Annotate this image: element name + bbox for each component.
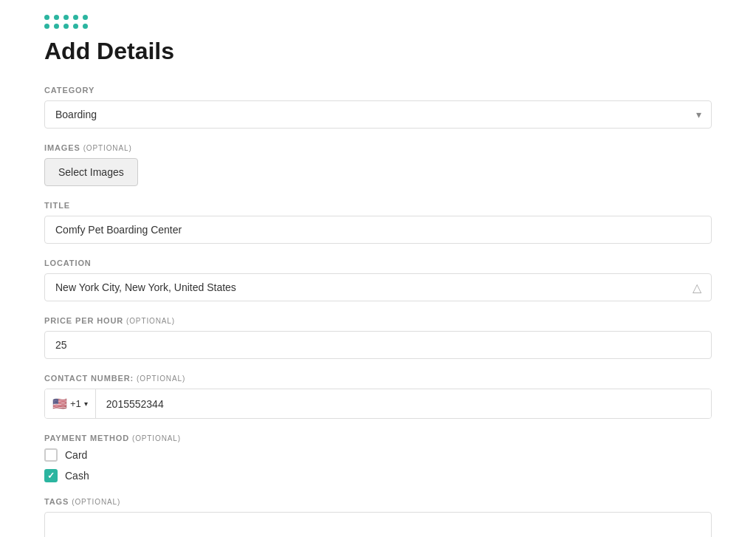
title-group: TITLE <box>44 201 712 244</box>
chevron-down-icon: ▾ <box>84 400 88 408</box>
tags-input[interactable] <box>44 512 712 537</box>
category-group: CATEGORY BoardingGroomingTrainingWalking… <box>44 86 712 129</box>
price-group: PRICE PER HOUR (OPTIONAL) <box>44 316 712 359</box>
payment-method-group: PAYMENT METHOD (OPTIONAL) Card Cash <box>44 434 712 482</box>
location-input-wrapper: △ <box>44 273 712 301</box>
location-group: LOCATION △ <box>44 259 712 301</box>
payment-options: Card Cash <box>44 448 712 482</box>
decorative-dots <box>44 15 712 29</box>
payment-method-label: PAYMENT METHOD (OPTIONAL) <box>44 434 712 442</box>
cash-label: Cash <box>65 470 89 482</box>
price-label: PRICE PER HOUR (OPTIONAL) <box>44 316 712 325</box>
images-label: IMAGES (OPTIONAL) <box>44 143 712 152</box>
page-title: Add Details <box>44 38 712 65</box>
phone-number-input[interactable] <box>96 389 711 418</box>
tags-label: TAGS (OPTIONAL) <box>44 497 712 506</box>
category-select[interactable]: BoardingGroomingTrainingWalkingSitting <box>44 100 712 129</box>
title-label: TITLE <box>44 201 712 210</box>
phone-input-wrapper: 🇺🇸 +1 ▾ <box>44 389 712 419</box>
location-label: LOCATION <box>44 259 712 267</box>
category-label: CATEGORY <box>44 86 712 95</box>
card-label: Card <box>65 449 87 461</box>
payment-card-option[interactable]: Card <box>44 448 712 462</box>
location-input[interactable] <box>44 273 712 301</box>
contact-label: CONTACT NUMBER: (OPTIONAL) <box>44 374 712 383</box>
price-input[interactable] <box>44 331 712 359</box>
payment-cash-option[interactable]: Cash <box>44 469 712 482</box>
flag-icon: 🇺🇸 <box>52 397 67 411</box>
images-group: IMAGES (OPTIONAL) Select Images <box>44 143 712 186</box>
tags-group: TAGS (OPTIONAL) <box>44 497 712 537</box>
select-images-button[interactable]: Select Images <box>44 158 138 186</box>
card-checkbox[interactable] <box>44 448 58 462</box>
phone-country-code: +1 <box>70 398 81 409</box>
location-icon: △ <box>693 281 701 295</box>
category-select-wrapper: BoardingGroomingTrainingWalkingSitting ▾ <box>44 100 712 129</box>
cash-checkbox[interactable] <box>44 469 58 482</box>
phone-prefix-selector[interactable]: 🇺🇸 +1 ▾ <box>45 389 96 418</box>
contact-group: CONTACT NUMBER: (OPTIONAL) 🇺🇸 +1 ▾ <box>44 374 712 419</box>
title-input[interactable] <box>44 216 712 244</box>
